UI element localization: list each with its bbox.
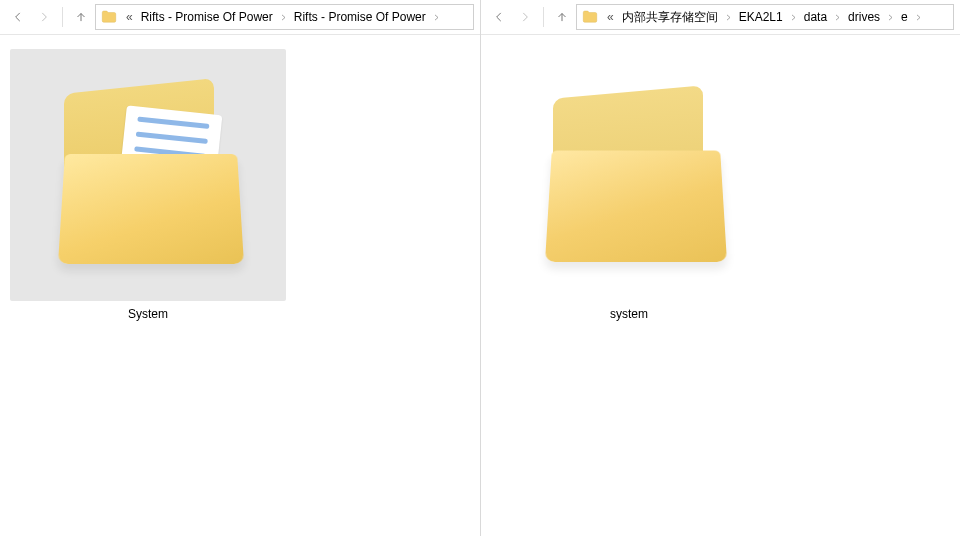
pane-right: « 内部共享存储空间 EKA2L1 data drives e	[481, 0, 960, 536]
folder-icon	[581, 8, 599, 26]
back-button[interactable]	[6, 5, 30, 29]
file-list-left[interactable]: System	[0, 35, 480, 536]
back-button[interactable]	[487, 5, 511, 29]
toolbar-right: « 内部共享存储空间 EKA2L1 data drives e	[481, 0, 960, 35]
breadcrumb-item[interactable]: EKA2L1	[735, 10, 787, 24]
breadcrumb-item[interactable]: 内部共享存储空间	[618, 9, 722, 26]
forward-button[interactable]	[32, 5, 56, 29]
chevron-right-icon	[787, 13, 800, 22]
breadcrumb-overflow[interactable]: «	[607, 10, 614, 24]
folder-item-label: System	[10, 307, 286, 321]
forward-button[interactable]	[513, 5, 537, 29]
address-bar[interactable]: « Rifts - Promise Of Power Rifts - Promi…	[95, 4, 474, 30]
toolbar-separator	[62, 7, 63, 27]
chevron-right-icon	[884, 13, 897, 22]
chevron-right-icon	[430, 13, 443, 22]
breadcrumb-item[interactable]: Rifts - Promise Of Power	[137, 10, 277, 24]
chevron-right-icon	[277, 13, 290, 22]
chevron-right-icon	[831, 13, 844, 22]
breadcrumb-item[interactable]: e	[897, 10, 912, 24]
folder-item[interactable]: System	[10, 49, 286, 321]
up-button[interactable]	[550, 5, 574, 29]
pane-left: « Rifts - Promise Of Power Rifts - Promi…	[0, 0, 481, 536]
folder-item[interactable]: system	[491, 49, 767, 321]
folder-item-label: system	[491, 307, 767, 321]
folder-large-icon	[491, 49, 767, 301]
breadcrumb-item[interactable]: data	[800, 10, 831, 24]
up-button[interactable]	[69, 5, 93, 29]
toolbar-left: « Rifts - Promise Of Power Rifts - Promi…	[0, 0, 480, 35]
breadcrumb-overflow[interactable]: «	[126, 10, 133, 24]
toolbar-separator	[543, 7, 544, 27]
breadcrumb-item[interactable]: drives	[844, 10, 884, 24]
file-list-right[interactable]: system	[481, 35, 960, 536]
breadcrumb-item[interactable]: Rifts - Promise Of Power	[290, 10, 430, 24]
folder-large-icon	[10, 49, 286, 301]
chevron-right-icon	[912, 13, 925, 22]
folder-icon	[100, 8, 118, 26]
chevron-right-icon	[722, 13, 735, 22]
address-bar[interactable]: « 内部共享存储空间 EKA2L1 data drives e	[576, 4, 954, 30]
